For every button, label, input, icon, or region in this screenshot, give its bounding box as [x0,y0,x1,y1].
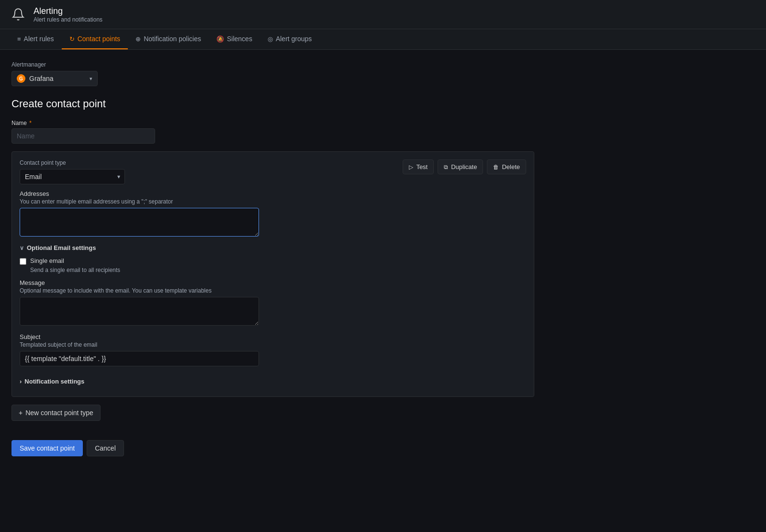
contact-point-type-label: Contact point type [20,159,125,166]
nav-notification-policies-label: Notification policies [144,35,201,43]
message-label: Message [20,279,526,286]
nav-alert-rules[interactable]: ≡ Alert rules [10,29,62,49]
alertmanager-chevron-icon: ▾ [90,76,92,82]
alert-groups-icon: ◎ [268,35,273,43]
new-contact-point-type-button[interactable]: + New contact point type [11,405,101,421]
optional-email-settings-section: ∨ Optional Email settings Single email S… [20,244,526,366]
subject-label: Subject [20,333,526,340]
save-contact-point-button[interactable]: Save contact point [11,440,83,456]
nav-contact-points[interactable]: ↻ Contact points [62,29,128,49]
optional-email-settings-header[interactable]: ∨ Optional Email settings [20,244,526,251]
nav-alert-groups-label: Alert groups [276,35,312,43]
nav-contact-points-label: Contact points [78,35,121,43]
alertmanager-label: Alertmanager [11,61,534,68]
single-email-label: Single email [30,257,64,264]
contact-point-type-select-wrapper: Email Slack PagerDuty Webhook OpsGenie V… [20,169,125,184]
app-header-text: Alerting Alert rules and notifications [34,6,102,23]
notification-settings-title: Notification settings [24,378,84,385]
contact-point-header: Contact point type Email Slack PagerDuty… [20,159,526,184]
chevron-down-icon: ∨ [20,245,24,251]
optional-email-settings-title: Optional Email settings [27,244,96,251]
contact-point-type-select[interactable]: Email Slack PagerDuty Webhook OpsGenie V… [20,169,125,184]
alertmanager-group: Alertmanager G Grafana ▾ [11,61,534,86]
main-content: Alertmanager G Grafana ▾ Create contact … [0,50,546,468]
test-label: Test [416,163,428,170]
message-textarea[interactable] [20,297,259,326]
message-group: Message Optional message to include with… [20,279,526,326]
delete-label: Delete [502,163,520,170]
single-email-checkbox[interactable] [20,258,26,265]
nav-silences-label: Silences [227,35,252,43]
app-header: Alerting Alert rules and notifications [0,0,766,29]
silences-icon: 🔕 [216,35,224,43]
nav-alert-groups[interactable]: ◎ Alert groups [260,29,319,49]
page-title: Create contact point [11,98,534,110]
addresses-label: Addresses [20,190,526,197]
duplicate-icon: ⧉ [444,164,448,170]
grafana-icon: G [17,74,25,83]
alert-rules-icon: ≡ [17,35,21,43]
alertmanager-select[interactable]: G Grafana ▾ [11,71,98,86]
contact-point-type-group: Contact point type Email Slack PagerDuty… [20,159,125,184]
app-title: Alerting [34,6,102,16]
addresses-group: Addresses You can enter multiple email a… [20,190,526,237]
subject-hint: Templated subject of the email [20,341,526,348]
name-group: Name * [11,120,155,144]
app-subtitle: Alert rules and notifications [34,16,102,23]
addresses-textarea[interactable] [20,208,259,237]
name-input[interactable] [11,128,155,144]
footer-buttons: Save contact point Cancel [11,432,534,456]
notification-policies-icon: ⊕ [135,35,141,43]
name-required-marker: * [28,120,32,126]
contact-point-section: Contact point type Email Slack PagerDuty… [11,151,534,397]
bell-icon [10,6,27,23]
nav-alert-rules-label: Alert rules [24,35,54,43]
action-buttons: ▷ Test ⧉ Duplicate 🗑 Delete [403,159,526,174]
test-button[interactable]: ▷ Test [403,159,434,174]
cancel-button[interactable]: Cancel [87,440,124,456]
subject-group: Subject Templated subject of the email [20,333,526,366]
message-hint: Optional message to include with the ema… [20,287,526,294]
nav-notification-policies[interactable]: ⊕ Notification policies [128,29,209,49]
subject-input[interactable] [20,351,259,366]
chevron-right-icon: › [20,378,22,385]
plus-icon: + [19,409,23,417]
addresses-hint: You can enter multiple email addresses u… [20,198,526,205]
delete-button[interactable]: 🗑 Delete [487,159,526,174]
single-email-row: Single email [20,257,526,265]
main-nav: ≡ Alert rules ↻ Contact points ⊕ Notific… [0,29,766,50]
notification-settings-header[interactable]: › Notification settings [20,374,526,389]
single-email-hint: Send a single email to all recipients [30,267,526,273]
alertmanager-value: Grafana [29,75,54,82]
new-contact-point-label: New contact point type [25,409,93,417]
nav-silences[interactable]: 🔕 Silences [209,29,260,49]
duplicate-label: Duplicate [451,163,477,170]
test-icon: ▷ [409,164,413,170]
contact-points-icon: ↻ [69,35,75,43]
duplicate-button[interactable]: ⧉ Duplicate [438,159,483,174]
name-label: Name * [11,120,155,126]
delete-icon: 🗑 [493,164,499,170]
